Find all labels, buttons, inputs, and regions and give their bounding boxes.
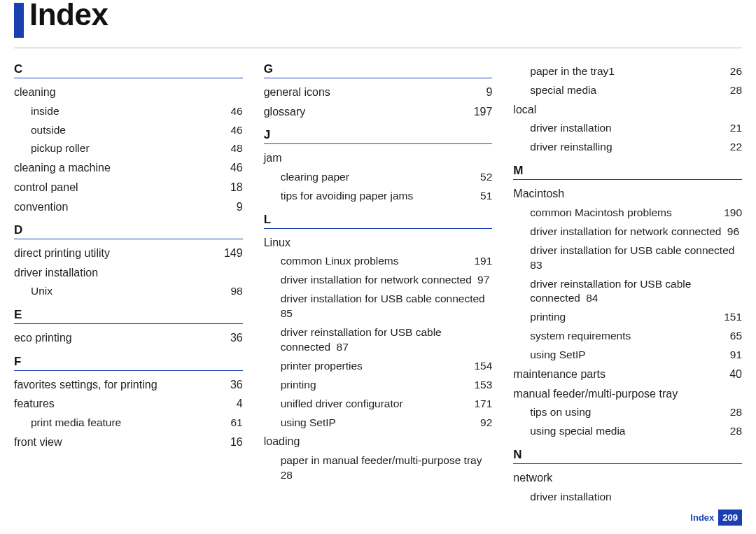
index-entry-page: 21: [721, 121, 742, 136]
index-subentry[interactable]: driver reinstallation for USB cable conn…: [264, 323, 493, 357]
index-subentry[interactable]: driver reinstalling22: [513, 138, 742, 157]
index-entry[interactable]: favorites settings, for printing36: [14, 375, 243, 395]
index-entry-page: 52: [471, 170, 492, 185]
index-subentry[interactable]: common Linux problems191: [264, 252, 493, 271]
index-subentry[interactable]: using SetIP92: [264, 414, 493, 433]
index-entry[interactable]: jam: [264, 148, 493, 168]
index-subentry[interactable]: paper in the tray126: [513, 62, 742, 81]
index-entry-label: driver reinstallation for USB cable conn…: [530, 278, 691, 304]
index-entry[interactable]: control panel18: [14, 178, 243, 197]
index-column-3: paper in the tray126special media28local…: [513, 62, 742, 507]
index-subentry[interactable]: special media28: [513, 81, 742, 100]
index-entry[interactable]: convention9: [14, 197, 243, 217]
index-entry-label: printing: [281, 378, 472, 393]
index-subentry[interactable]: using special media28: [513, 422, 742, 441]
index-entry-label: using special media: [530, 424, 721, 439]
index-entry-label: special media: [530, 83, 721, 98]
index-subentry[interactable]: printer properties154: [264, 357, 493, 376]
index-letter-heading: F: [14, 355, 243, 371]
index-entry[interactable]: local: [513, 100, 742, 120]
index-entry[interactable]: network: [513, 468, 742, 488]
index-letter-heading: M: [513, 164, 742, 180]
index-entry[interactable]: eco printing36: [14, 328, 243, 348]
index-entry-label: direct printing utility: [14, 246, 222, 261]
index-subentry[interactable]: clearing paper52: [264, 168, 493, 187]
index-entry[interactable]: direct printing utility149: [14, 244, 243, 263]
index-entry[interactable]: front view16: [14, 433, 243, 452]
index-entry-label: Macintosh: [513, 186, 721, 202]
index-subentry[interactable]: tips on using28: [513, 403, 742, 422]
index-subentry[interactable]: using SetIP91: [513, 346, 742, 365]
index-subentry[interactable]: pickup roller48: [14, 139, 243, 158]
index-subentry[interactable]: driver installation: [513, 488, 742, 507]
index-entry-page: 83: [530, 259, 542, 271]
index-entry-label: control panel: [14, 180, 222, 195]
index-entry-label: front view: [14, 435, 222, 450]
index-entry-label: tips for avoiding paper jams: [281, 189, 472, 204]
index-entry-label: driver installation: [530, 490, 721, 505]
index-entry-label: driver reinstalling: [530, 140, 721, 155]
index-subentry[interactable]: Unix98: [14, 282, 243, 301]
index-entry-label: common Linux problems: [281, 254, 472, 269]
index-subentry[interactable]: system requirements65: [513, 327, 742, 346]
index-subentry[interactable]: driver installation for network connecte…: [264, 271, 493, 290]
index-subentry[interactable]: printing151: [513, 308, 742, 327]
index-column-2: Ggeneral icons9glossary197Jjamclearing p…: [264, 62, 493, 507]
index-entry-page: 191: [471, 254, 492, 269]
index-entry-page: 149: [222, 246, 243, 261]
index-entry-label: driver installation for network connecte…: [281, 274, 472, 286]
index-subentry[interactable]: outside46: [14, 121, 243, 140]
index-subentry[interactable]: inside46: [14, 102, 243, 121]
index-entry-page: 98: [222, 284, 243, 299]
index-subentry[interactable]: paper in manual feeder/multi-purpose tra…: [264, 451, 493, 485]
index-subentry[interactable]: tips for avoiding paper jams51: [264, 187, 493, 206]
index-entry-label: printer properties: [281, 359, 472, 374]
index-entry-label: using SetIP: [281, 416, 472, 430]
index-entry-label: common Macintosh problems: [530, 206, 721, 220]
index-subentry[interactable]: driver installation for USB cable connec…: [513, 241, 742, 275]
index-entry-page: 16: [222, 435, 243, 450]
page-title: Index: [29, 0, 108, 32]
index-entry-label: unifled driver configurator: [281, 397, 472, 412]
index-letter-heading: D: [14, 223, 243, 239]
index-entry-label: eco printing: [14, 330, 222, 346]
index-entry-label: convention: [14, 199, 222, 215]
page-header: Index: [14, 0, 742, 48]
index-entry-page: 36: [222, 377, 243, 393]
index-column-1: Ccleaninginside46outside46pickup roller4…: [14, 62, 243, 507]
index-entry-label: outside: [31, 123, 222, 138]
index-entry[interactable]: loading: [264, 432, 493, 451]
index-subentry[interactable]: driver reinstallation for USB cable conn…: [513, 275, 742, 309]
index-entry[interactable]: general icons9: [264, 83, 493, 102]
index-entry[interactable]: features4: [14, 394, 243, 414]
index-entry-label: favorites settings, for printing: [14, 377, 222, 393]
index-entry-page: 46: [222, 123, 243, 138]
index-subentry[interactable]: print media feature61: [14, 414, 243, 433]
index-entry-label: manual feeder/multi-purpose tray: [513, 386, 721, 402]
index-entry[interactable]: manual feeder/multi-purpose tray: [513, 384, 742, 404]
index-entry[interactable]: Linux: [264, 233, 493, 253]
index-entry-page: 92: [471, 416, 492, 430]
index-entry[interactable]: glossary197: [264, 102, 493, 122]
index-entry[interactable]: Macintosh: [513, 184, 742, 204]
index-entry-page: 48: [222, 141, 243, 156]
index-entry-label: using SetIP: [530, 348, 721, 363]
index-entry[interactable]: cleaning: [14, 83, 243, 102]
index-entry[interactable]: cleaning a machine46: [14, 158, 243, 178]
index-subentry[interactable]: driver installation21: [513, 119, 742, 138]
index-subentry[interactable]: common Macintosh problems190: [513, 204, 742, 223]
index-subentry[interactable]: printing153: [264, 376, 493, 395]
index-entry-page: 28: [721, 83, 742, 98]
index-entry-page: 46: [222, 104, 243, 119]
index-subentry[interactable]: driver installation for USB cable connec…: [264, 290, 493, 323]
index-subentry[interactable]: driver installation for network connecte…: [513, 223, 742, 241]
footer-page-number: 209: [718, 510, 742, 526]
index-entry-label: driver installation for USB cable connec…: [281, 293, 485, 304]
index-entry[interactable]: driver installation: [14, 263, 243, 283]
index-entry-label: pickup roller: [31, 141, 222, 156]
index-entry-label: print media feature: [31, 416, 222, 430]
index-subentry[interactable]: unifled driver configurator171: [264, 395, 493, 414]
index-entry[interactable]: maintenance parts40: [513, 365, 742, 384]
index-entry-label: inside: [31, 104, 222, 119]
index-entry-label: loading: [264, 434, 472, 449]
